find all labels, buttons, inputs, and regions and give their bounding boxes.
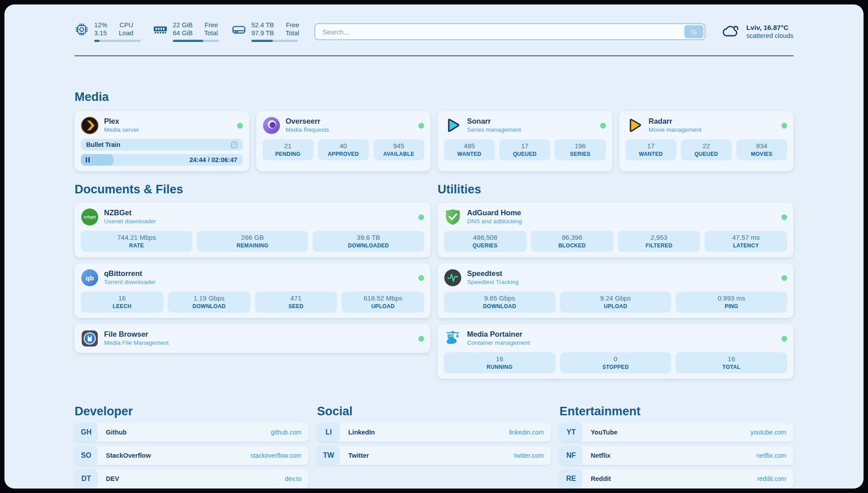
app-card-qbittorrent[interactable]: qb qBittorrent Torrent downloader 16 LEE… xyxy=(75,263,430,318)
link-url: dev.to xyxy=(285,475,301,482)
search-engine-button[interactable]: G xyxy=(684,25,704,38)
app-title: qBittorrent xyxy=(104,269,156,278)
stat-chip: 266 GB REMAINING xyxy=(197,231,309,252)
speedtest-pulse-icon xyxy=(444,269,462,287)
nzbget-icon: nzbget xyxy=(81,208,99,226)
search-input[interactable] xyxy=(314,23,705,40)
cpu-chip-icon xyxy=(75,22,89,37)
app-subtitle: Torrent downloader xyxy=(104,278,156,287)
link-badge: GH xyxy=(75,423,98,442)
stat-label: QUERIES xyxy=(446,242,525,249)
status-indicator xyxy=(781,336,787,342)
app-subtitle: Media server xyxy=(104,125,139,134)
stat-value: 9.65 Gbps xyxy=(446,294,554,303)
now-playing-row: Bullet Train xyxy=(81,139,243,150)
stat-chip: 9.24 Gbps UPLOAD xyxy=(560,292,672,313)
app-card-nzbget[interactable]: nzbget NZBGet Usenet downloader 744.21 M… xyxy=(75,203,430,257)
stat-chip: 498,508 QUERIES xyxy=(444,231,526,252)
disk-progress-track xyxy=(251,40,298,42)
link-row-linkedin[interactable]: LI LinkedIn linkedin.com xyxy=(317,423,551,442)
link-row-youtube[interactable]: YT YouTube youtube.com xyxy=(559,423,793,442)
link-badge: LI xyxy=(317,423,340,442)
app-card-adguard[interactable]: AdGuard Home DNS and adblocking 498,508 … xyxy=(438,203,793,257)
link-row-github[interactable]: GH Github github.com xyxy=(75,423,309,442)
stat-value: 21 xyxy=(264,142,312,150)
stat-value: 498,508 xyxy=(446,233,525,242)
stat-label: QUEUED xyxy=(683,150,730,158)
status-indicator xyxy=(418,336,424,342)
stat-chip: 196 SERIES xyxy=(555,139,605,160)
app-title: Speedtest xyxy=(467,269,519,278)
weather-location-temp: Lviv, 16.87°C xyxy=(746,23,793,32)
system-monitors: 12% 3.15 CPU Load xyxy=(75,21,299,42)
sonarr-icon xyxy=(444,117,462,134)
stat-label: APPROVED xyxy=(320,150,367,158)
search-bar: G xyxy=(314,23,705,40)
app-card-radarr[interactable]: Radarr Movie management 17 WANTED 22 QUE… xyxy=(619,111,794,171)
cpu-progress-track xyxy=(94,40,141,42)
now-playing-session-icon[interactable] xyxy=(231,142,238,148)
link-row-stackoverflow[interactable]: SO StackOverflow stackoverflow.com xyxy=(75,446,309,465)
link-row-netflix[interactable]: NF Netflix netflix.com xyxy=(559,446,793,465)
stat-chip: 40 APPROVED xyxy=(318,139,369,160)
section-media: Media Plex Media server xyxy=(75,90,793,171)
playback-time: 24:44 / 02:06:47 xyxy=(189,156,237,163)
stat-label: DOWNLOADED xyxy=(314,242,422,249)
link-name: Netflix xyxy=(591,452,610,459)
app-card-speedtest[interactable]: Speedtest Speedtest Tracking 9.65 Gbps D… xyxy=(438,263,793,318)
stat-value: 39.6 TB xyxy=(314,233,422,242)
topbar-divider xyxy=(75,55,793,56)
link-row-dev[interactable]: DT DEV dev.to xyxy=(75,469,309,488)
portainer-crane-icon xyxy=(444,330,462,347)
stat-value: 47.57 ms xyxy=(706,233,785,242)
app-card-plex[interactable]: Plex Media server Bullet Train 24:44 / 0… xyxy=(75,111,249,171)
ram-memory-icon xyxy=(153,22,167,37)
weather-condition: scattered clouds xyxy=(746,32,793,40)
app-card-sonarr[interactable]: Sonarr Series management 485 WANTED 17 Q… xyxy=(438,111,612,171)
stat-label: RUNNING xyxy=(446,363,554,371)
adguard-shield-icon xyxy=(444,208,462,226)
playback-progress-bar[interactable]: 24:44 / 02:06:47 xyxy=(81,154,243,166)
social-section-title: Social xyxy=(317,405,551,418)
cpu-load-avg: 3.15 xyxy=(94,29,107,38)
stat-label: WANTED xyxy=(446,150,493,158)
app-title: Media Portainer xyxy=(467,330,530,338)
disk-free: 52.4 TB xyxy=(251,21,274,29)
stat-label: AVAILABLE xyxy=(375,150,422,158)
app-subtitle: DNS and adblocking xyxy=(467,217,522,226)
stat-chip: 0.993 ms PING xyxy=(676,292,787,313)
stat-chip: 16 RUNNING xyxy=(444,352,555,373)
app-card-filebrowser[interactable]: File Browser Media File Management xyxy=(75,324,430,353)
stat-chip: 485 WANTED xyxy=(444,139,495,160)
stat-label: UPLOAD xyxy=(343,303,422,310)
app-card-overseerr[interactable]: Overseerr Media Requests 21 PENDING 40 A… xyxy=(256,111,431,171)
link-row-twitter[interactable]: TW Twitter twitter.com xyxy=(317,446,551,465)
app-subtitle: Container management xyxy=(467,338,530,347)
ram-progress-track xyxy=(173,40,219,42)
app-title: File Browser xyxy=(104,330,169,338)
disk-label-bottom: Total xyxy=(286,29,300,38)
link-name: LinkedIn xyxy=(348,429,375,436)
stat-label: REMAINING xyxy=(199,242,307,249)
app-card-portainer[interactable]: Media Portainer Container management 16 … xyxy=(438,324,793,379)
radarr-icon xyxy=(626,117,643,134)
pause-icon[interactable] xyxy=(86,157,90,163)
stat-value: 40 xyxy=(320,142,367,150)
stat-value: 17 xyxy=(627,142,675,150)
stat-value: 834 xyxy=(738,142,785,150)
stat-chip: 0 STOPPED xyxy=(560,352,672,373)
disk-widget: 52.4 TB 97.9 TB Free Total xyxy=(232,21,299,42)
section-entertainment: Entertainment YT YouTube youtube.com NF … xyxy=(559,405,793,488)
stat-chip: 2,953 FILTERED xyxy=(618,231,701,252)
stat-chip: 9.65 Gbps DOWNLOAD xyxy=(444,292,555,313)
utilities-section-title: Utilities xyxy=(438,183,793,196)
app-subtitle: Movie management xyxy=(649,125,702,134)
link-row-reddit[interactable]: RE Reddit reddit.com xyxy=(559,469,793,488)
stat-label: PING xyxy=(677,303,785,310)
stat-value: 471 xyxy=(257,294,336,303)
stat-value: 0 xyxy=(562,355,670,363)
qbittorrent-icon: qb xyxy=(81,269,99,287)
disk-total: 97.9 TB xyxy=(251,29,274,38)
stat-value: 196 xyxy=(556,142,604,150)
section-documents: Documents & Files nzbget NZBGet Usenet d… xyxy=(75,183,430,379)
